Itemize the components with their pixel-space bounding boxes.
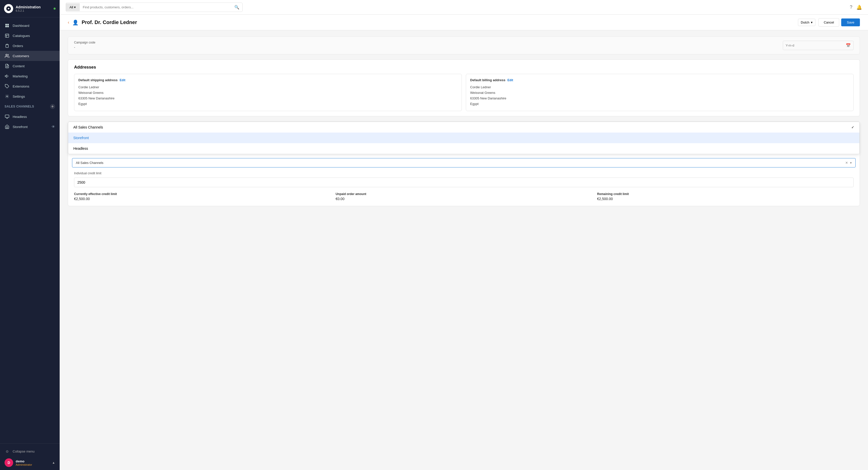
customers-icon xyxy=(5,53,10,58)
stat-label-2: Remaining credit limit xyxy=(597,192,854,196)
svg-point-6 xyxy=(6,54,7,56)
page-title: Prof. Dr. Cordie Ledner xyxy=(82,20,798,25)
cancel-button[interactable]: Cancel xyxy=(818,18,839,27)
save-button[interactable]: Save xyxy=(841,19,860,26)
language-select[interactable]: Dutch ▾ xyxy=(798,19,815,26)
credit-section: Individual credit limit Currently effect… xyxy=(68,172,860,206)
campaign-code-value: - xyxy=(74,45,95,49)
chevron-down-icon: ▾ xyxy=(850,161,852,165)
sidebar-item-headless[interactable]: Headless xyxy=(0,112,60,122)
app-logo xyxy=(4,4,13,13)
dropdown-option-storefront[interactable]: Storefront xyxy=(68,133,859,143)
svg-marker-9 xyxy=(5,75,7,78)
billing-city-zip: 63305 New Darianashire xyxy=(470,96,849,101)
svg-point-11 xyxy=(7,96,8,97)
sidebar-item-extensions[interactable]: Extensions xyxy=(0,81,60,91)
stat-value-1: €0.00 xyxy=(336,197,592,201)
clear-icon[interactable]: ✕ xyxy=(845,161,848,165)
sales-channel-select[interactable]: All Sales Channels ✕ ▾ xyxy=(72,158,856,168)
collapse-icon: ⊙ xyxy=(5,449,10,454)
avatar: D xyxy=(5,458,13,467)
campaign-section: Campaign code - 📅 xyxy=(68,36,860,54)
addresses-grid: Default shipping address Edit Cordie Led… xyxy=(74,74,854,111)
select-value: All Sales Channels xyxy=(76,161,845,165)
help-icon[interactable]: ? xyxy=(850,5,852,10)
credit-stats: Currently effective credit limit €2,500.… xyxy=(74,192,854,201)
stat-label-0: Currently effective credit limit xyxy=(74,192,331,196)
edit-billing-link[interactable]: Edit xyxy=(507,79,513,82)
sidebar-item-content[interactable]: Content xyxy=(0,61,60,71)
user-section[interactable]: D demo Administrator ▲ xyxy=(5,456,55,467)
sidebar-item-storefront[interactable]: Storefront 👁 xyxy=(0,122,60,132)
back-button[interactable]: ‹ xyxy=(68,20,69,25)
sidebar-item-customers[interactable]: Customers xyxy=(0,51,60,61)
sidebar-item-orders[interactable]: Orders xyxy=(0,41,60,51)
settings-icon xyxy=(5,94,10,99)
search-input[interactable] xyxy=(80,3,231,11)
notification-icon[interactable]: 🔔 xyxy=(856,5,862,10)
page-header: ‹ 👤 Prof. Dr. Cordie Ledner Dutch ▾ Canc… xyxy=(60,15,868,30)
sidebar-item-dashboard[interactable]: Dashboard xyxy=(0,21,60,31)
shipping-address-title: Default shipping address xyxy=(79,78,118,82)
addresses-card: Addresses Default shipping address Edit … xyxy=(68,59,860,116)
sidebar-item-label: Dashboard xyxy=(13,24,29,28)
content-icon xyxy=(5,63,10,68)
addresses-title: Addresses xyxy=(74,65,854,70)
app-version: 6.5.2.1 xyxy=(16,9,41,12)
dashboard-icon xyxy=(5,23,10,28)
page-content: ‹ 👤 Prof. Dr. Cordie Ledner Dutch ▾ Canc… xyxy=(60,15,868,470)
sidebar-item-label: Extensions xyxy=(13,85,29,88)
svg-rect-1 xyxy=(5,24,7,25)
online-indicator xyxy=(54,8,56,10)
sidebar-footer: ⊙ Collapse menu D demo Administrator ▲ xyxy=(0,443,60,470)
sidebar-header: Administration 6.5.2.1 xyxy=(0,0,60,18)
dropdown-option-all[interactable]: All Sales Channels ✓ xyxy=(68,122,859,133)
shipping-address-card: Default shipping address Edit Cordie Led… xyxy=(74,74,462,111)
search-icon[interactable]: 🔍 xyxy=(231,3,242,12)
sidebar-item-marketing[interactable]: Marketing xyxy=(0,71,60,81)
sidebar-item-label: Marketing xyxy=(13,75,28,78)
main-area: All ▾ 🔍 ? 🔔 ‹ 👤 Prof. Dr. Cordie Ledner … xyxy=(60,0,868,470)
topbar: All ▾ 🔍 ? 🔔 xyxy=(60,0,868,15)
sales-channel-dropdown-menu: All Sales Channels ✓ Storefront Headless xyxy=(68,122,860,154)
billing-street: Weissnat Greens xyxy=(470,90,849,96)
dropdown-option-headless[interactable]: Headless xyxy=(68,143,859,154)
customer-profile-icon: 👤 xyxy=(72,20,79,26)
svg-rect-4 xyxy=(7,26,9,27)
headless-icon xyxy=(5,114,10,119)
sidebar-item-label: Catalogues xyxy=(13,34,30,38)
svg-rect-5 xyxy=(5,34,9,37)
sidebar-item-settings[interactable]: Settings xyxy=(0,91,60,101)
shipping-name: Cordie Ledner xyxy=(79,85,458,90)
credit-limit-label: Individual credit limit xyxy=(74,172,854,175)
edit-shipping-link[interactable]: Edit xyxy=(120,79,125,82)
svg-rect-2 xyxy=(7,24,9,25)
visibility-icon: 👁 xyxy=(52,125,55,129)
add-sales-channel-button[interactable]: + xyxy=(50,104,55,109)
sidebar-item-label: Orders xyxy=(13,44,23,48)
sales-channels-section: Sales Channels + xyxy=(0,101,60,112)
date-input[interactable] xyxy=(783,41,843,49)
svg-rect-12 xyxy=(5,115,9,118)
sidebar-nav: Dashboard Catalogues Orders Customers Co… xyxy=(0,18,60,443)
collapse-menu-button[interactable]: ⊙ Collapse menu xyxy=(5,447,55,456)
sidebar: Administration 6.5.2.1 Dashboard Catalog… xyxy=(0,0,60,470)
date-picker: 📅 xyxy=(783,41,854,50)
sidebar-item-catalogues[interactable]: Catalogues xyxy=(0,31,60,41)
calendar-icon[interactable]: 📅 xyxy=(843,41,853,50)
user-role: Administrator xyxy=(16,463,32,466)
catalogue-icon xyxy=(5,33,10,38)
check-icon: ✓ xyxy=(851,125,854,129)
billing-address-title: Default billing address xyxy=(470,78,505,82)
search-all-button[interactable]: All ▾ xyxy=(66,3,80,11)
chevron-up-icon: ▲ xyxy=(52,461,55,464)
app-name: Administration xyxy=(16,5,41,9)
sidebar-item-label: Headless xyxy=(13,115,27,119)
extensions-icon xyxy=(5,84,10,89)
shipping-city-zip: 63305 New Darianashire xyxy=(79,96,458,101)
stat-value-2: €2,500.00 xyxy=(597,197,854,201)
sidebar-item-label: Content xyxy=(13,64,25,68)
search-bar: All ▾ 🔍 xyxy=(66,3,243,12)
credit-limit-input[interactable] xyxy=(74,178,854,187)
content-body: Campaign code - 📅 Addresses xyxy=(60,30,868,217)
